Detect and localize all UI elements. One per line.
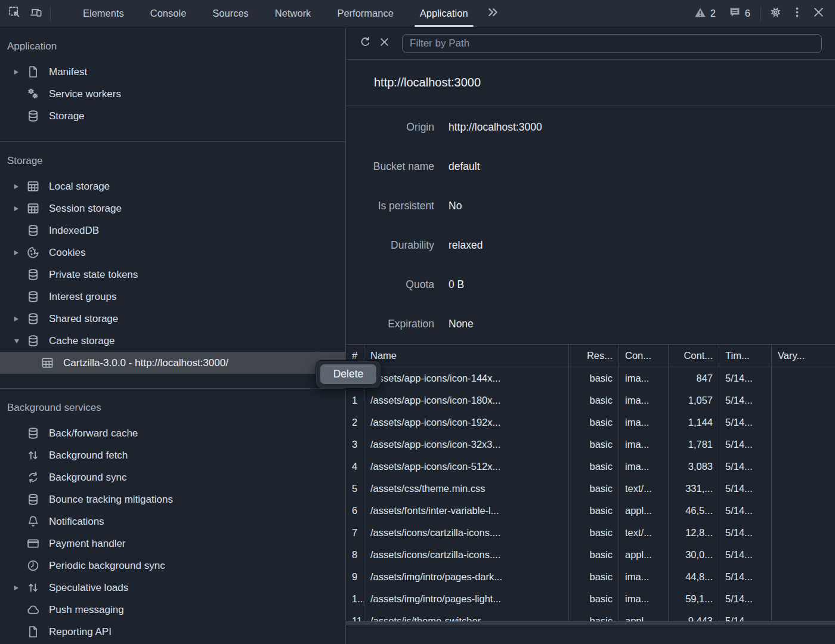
expand-arrow-right-icon[interactable] — [14, 250, 25, 255]
table-cell: 5/14... — [719, 411, 771, 434]
sidebar-item-service-workers[interactable]: Service workers — [0, 83, 345, 105]
clear-filter-button[interactable] — [375, 34, 394, 53]
refresh-button[interactable] — [355, 34, 375, 53]
sidebar-item-session-storage[interactable]: Session storage — [0, 197, 345, 219]
context-menu-item-delete[interactable]: Delete — [320, 364, 376, 384]
table-cell: /assets/app-icons/icon-192x... — [364, 411, 568, 434]
column-header-tim[interactable]: Tim... — [719, 345, 771, 367]
horizontal-scrollbar[interactable] — [346, 621, 835, 626]
message-icon — [729, 7, 741, 21]
table-cell: 4 — [346, 456, 364, 478]
column-header-vary[interactable]: Vary... — [771, 345, 835, 367]
sidebar-item-label: IndexedDB — [49, 225, 99, 237]
issues-badge[interactable]: 6 — [722, 7, 757, 21]
device-toolbar-button[interactable] — [25, 3, 47, 24]
tab-elements[interactable]: Elements — [70, 0, 137, 27]
origin-title: http://localhost:3000 — [346, 60, 835, 106]
bell-icon — [26, 515, 40, 528]
sidebar-item-cookies[interactable]: Cookies — [0, 242, 345, 264]
table-cell — [771, 478, 835, 500]
table-icon — [26, 179, 40, 193]
column-header-name[interactable]: Name — [364, 345, 568, 367]
table-row[interactable]: 11/assets/js/theme-switcher...basicappl.… — [346, 610, 835, 621]
toolbar-divider — [760, 6, 761, 21]
devtools-menu-button[interactable] — [786, 3, 808, 24]
table-row[interactable]: 1.../assets/img/intro/pages-light...basi… — [346, 588, 835, 610]
table-cell: 5/14... — [719, 456, 771, 478]
close-devtools-button[interactable] — [808, 3, 829, 24]
table-cell — [771, 588, 835, 610]
sidebar-item-payment-handler[interactable]: Payment handler — [0, 532, 345, 555]
sidebar-item-reporting-api[interactable]: Reporting API — [0, 621, 345, 643]
sidebar-item-background-fetch[interactable]: Background fetch — [0, 444, 345, 466]
tab-network[interactable]: Network — [262, 0, 324, 27]
table-cell: 44,8... — [668, 566, 719, 588]
cache-entries-table: #NameRes...Con...Cont...Tim...Vary... 0/… — [346, 344, 835, 621]
sidebar-item-label: Storage — [49, 110, 85, 122]
sidebar-item-label: Interest groups — [49, 291, 116, 303]
expand-arrow-right-icon[interactable] — [14, 586, 25, 590]
table-cell: ima... — [618, 367, 668, 389]
column-header-cont[interactable]: Cont... — [668, 345, 719, 367]
settings-button[interactable] — [765, 3, 786, 24]
tab-application[interactable]: Application — [407, 0, 481, 27]
sidebar-item-push-messaging[interactable]: Push messaging — [0, 599, 345, 621]
tab-performance[interactable]: Performance — [324, 0, 406, 27]
filter-by-path-input[interactable] — [402, 34, 822, 53]
column-header-con[interactable]: Con... — [618, 345, 668, 367]
sidebar-item-bounce-tracking-mitigations[interactable]: Bounce tracking mitigations — [0, 488, 345, 510]
sidebar-item-label: Local storage — [49, 181, 110, 193]
sidebar-item-label: Notifications — [49, 516, 104, 528]
table-cell: 5 — [346, 478, 364, 500]
sidebar-item-indexeddb[interactable]: IndexedDB — [0, 219, 345, 242]
sidebar-item-interest-groups[interactable]: Interest groups — [0, 286, 345, 308]
table-header-row: #NameRes...Con...Cont...Tim...Vary... — [346, 345, 835, 367]
table-cell: 5/14... — [719, 610, 771, 621]
section-title-application: Application — [0, 37, 345, 61]
table-body: 0/assets/app-icons/icon-144x...basicima.… — [346, 367, 835, 621]
table-row[interactable]: 5/assets/css/theme.min.cssbasictext/...3… — [346, 478, 835, 500]
table-row[interactable]: 2/assets/app-icons/icon-192x...basicima.… — [346, 411, 835, 434]
expand-arrow-right-icon[interactable] — [14, 317, 25, 321]
table-cell: 5/14... — [719, 522, 771, 544]
expand-arrow-right-icon[interactable] — [14, 70, 25, 75]
section-title-storage: Storage — [0, 151, 345, 175]
table-cell: 6 — [346, 500, 364, 522]
expand-arrow-right-icon[interactable] — [14, 206, 25, 211]
sidebar-item-local-storage[interactable]: Local storage — [0, 175, 345, 197]
column-header-res[interactable]: Res... — [568, 345, 618, 367]
table-row[interactable]: 1/assets/app-icons/icon-180x...basicima.… — [346, 389, 835, 411]
sidebar-item-cartzilla-3-0-0-http-localhost-3000[interactable]: Cartzilla-3.0.0 - http://localhost:3000/ — [0, 352, 345, 374]
expand-arrow-right-icon[interactable] — [14, 184, 25, 189]
sidebar-item-notifications[interactable]: Notifications — [0, 510, 345, 532]
sidebar-item-shared-storage[interactable]: Shared storage — [0, 308, 345, 330]
table-row[interactable]: 9/assets/img/intro/pages-dark...basicima… — [346, 566, 835, 588]
sidebar-item-private-state-tokens[interactable]: Private state tokens — [0, 264, 345, 286]
sidebar-item-cache-storage[interactable]: Cache storage — [0, 330, 345, 352]
table-row[interactable]: 3/assets/app-icons/icon-32x3...basicima.… — [346, 434, 835, 456]
sidebar-item-storage[interactable]: Storage — [0, 105, 345, 127]
table-row[interactable]: 4/assets/app-icons/icon-512x...basicima.… — [346, 456, 835, 478]
tab-console[interactable]: Console — [137, 0, 200, 27]
table-row[interactable]: 6/assets/fonts/inter-variable-l...basica… — [346, 500, 835, 522]
file-icon — [26, 65, 40, 79]
more-tabs-button[interactable] — [483, 3, 504, 24]
detail-row-bucket-name: Bucket namedefault — [346, 147, 835, 186]
table-cell — [771, 522, 835, 544]
table-row[interactable]: 7/assets/icons/cartzilla-icons....basict… — [346, 522, 835, 544]
tab-sources[interactable]: Sources — [199, 0, 262, 27]
warnings-badge[interactable]: 2 — [688, 7, 722, 21]
service-workers-icon — [26, 87, 40, 101]
expand-arrow-down-icon[interactable] — [14, 338, 25, 343]
sidebar-item-speculative-loads[interactable]: Speculative loads — [0, 577, 345, 599]
inspect-element-button[interactable] — [4, 3, 25, 24]
sidebar-item-periodic-background-sync[interactable]: Periodic background sync — [0, 555, 345, 577]
table-cell: basic — [568, 367, 618, 389]
cache-storage-panel: http://localhost:3000 Originhttp://local… — [346, 27, 835, 644]
sidebar-item-label: Back/forward cache — [49, 428, 138, 439]
sidebar-item-manifest[interactable]: Manifest — [0, 61, 345, 83]
sidebar-item-back-forward-cache[interactable]: Back/forward cache — [0, 422, 345, 444]
table-row[interactable]: 8/assets/icons/cartzilla-icons....basica… — [346, 544, 835, 566]
sidebar-item-background-sync[interactable]: Background sync — [0, 466, 345, 488]
table-row[interactable]: 0/assets/app-icons/icon-144x...basicima.… — [346, 367, 835, 389]
